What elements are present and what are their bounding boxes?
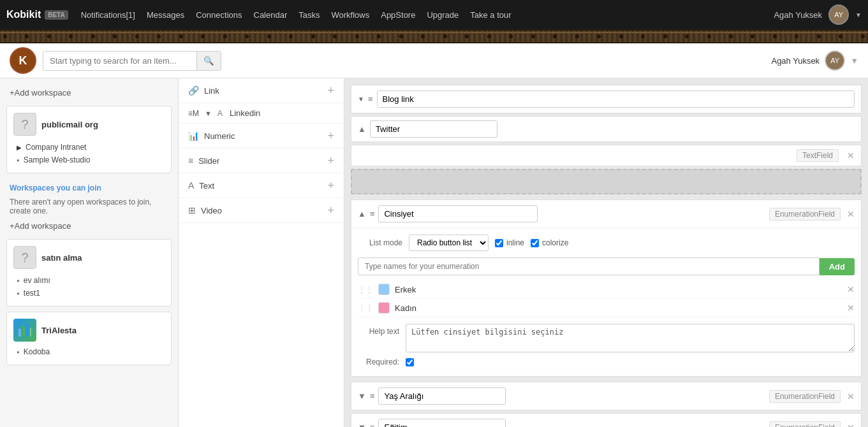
egitim-expand-icon[interactable]: ▼ bbox=[358, 423, 366, 427]
cinsiyet-field: ▲ ≡ EnumerationField ✕ List mode Radio b… bbox=[351, 199, 862, 377]
sidebar-item-test1[interactable]: ● test1 bbox=[13, 287, 165, 300]
workspace-avatar-publicmail: ? bbox=[13, 113, 36, 136]
numeric-icon: 📊 bbox=[188, 131, 199, 141]
nav-messages[interactable]: Messages bbox=[147, 10, 184, 20]
workspace-header-publicmail: ? publicmail org bbox=[13, 113, 165, 136]
nail bbox=[509, 34, 513, 38]
nails bbox=[0, 31, 868, 42]
dot-icon: ● bbox=[17, 349, 20, 355]
search-input[interactable] bbox=[43, 52, 196, 70]
field-add-text[interactable]: + bbox=[327, 180, 334, 191]
field-label-text: Text bbox=[199, 181, 214, 191]
field-item-numeric[interactable]: 📊 Numeric + bbox=[179, 124, 344, 148]
linkedin-dropdown[interactable]: ▼ bbox=[205, 110, 212, 117]
nail bbox=[421, 34, 425, 38]
egitim-type-label: EnumerationField bbox=[769, 421, 841, 428]
nav-connections[interactable]: Connections bbox=[196, 10, 242, 20]
yas-araligi-close[interactable]: ✕ bbox=[847, 391, 855, 402]
nav-workflows[interactable]: Workflows bbox=[332, 10, 370, 20]
field-item-slider[interactable]: ≡ Slider + bbox=[179, 148, 344, 173]
field-item-text[interactable]: A Text + bbox=[179, 173, 344, 198]
nav-calendar[interactable]: Calendar bbox=[254, 10, 288, 20]
twitter-input[interactable] bbox=[370, 120, 497, 138]
nail bbox=[157, 34, 161, 38]
drag-handle-kadin[interactable]: ⋮⋮ bbox=[358, 303, 373, 312]
grey-box-area bbox=[351, 169, 862, 194]
k-logo: K bbox=[10, 47, 36, 74]
field-add-video[interactable]: + bbox=[327, 205, 334, 216]
nail bbox=[135, 34, 139, 38]
sidebar-item-sample-web-studio[interactable]: ● Sample Web-studio bbox=[13, 154, 165, 166]
nail bbox=[443, 34, 447, 38]
enum-item-erkek: ⋮⋮ Erkek ✕ bbox=[358, 280, 855, 299]
nail bbox=[113, 34, 117, 38]
workspaces-join-text: There aren't any open workspaces to join… bbox=[0, 195, 178, 218]
color-dot-erkek[interactable] bbox=[378, 284, 390, 295]
search-button[interactable]: 🔍 bbox=[196, 52, 221, 70]
required-checkbox[interactable] bbox=[406, 358, 414, 366]
yas-araligi-input[interactable] bbox=[378, 387, 506, 405]
avatar[interactable]: AY bbox=[828, 4, 849, 25]
egitim-row: ▼ ≡ EnumerationField ✕ bbox=[351, 413, 862, 427]
erkek-remove[interactable]: ✕ bbox=[847, 284, 855, 294]
drag-handle-erkek[interactable]: ⋮⋮ bbox=[358, 285, 373, 294]
list-mode-select[interactable]: Radio button list bbox=[409, 235, 489, 251]
header-user-name: Agah Yuksek bbox=[771, 56, 820, 66]
nail bbox=[201, 34, 205, 38]
sidebar-item-label: Company Intranet bbox=[26, 143, 86, 152]
nail bbox=[3, 34, 7, 38]
colorize-label: colorize bbox=[542, 238, 568, 247]
twitter-expand-icon[interactable]: ▲ bbox=[358, 124, 366, 134]
nail bbox=[575, 34, 579, 38]
help-text-input[interactable]: Lütfen cinsiyet bilgisini seçiniz bbox=[406, 324, 855, 352]
field-label-numeric: Numeric bbox=[204, 131, 235, 141]
header-area: K 🔍 Agah Yuksek AY ▼ bbox=[0, 43, 868, 78]
colorize-checkbox[interactable] bbox=[531, 239, 539, 247]
nav-tasks[interactable]: Tasks bbox=[298, 10, 320, 20]
cinsiyet-close[interactable]: ✕ bbox=[847, 209, 855, 219]
svg-rect-3 bbox=[30, 328, 31, 337]
linkedin-icon-a: A bbox=[217, 109, 223, 118]
nav-appstore[interactable]: AppStore bbox=[381, 10, 415, 20]
cinsiyet-input[interactable] bbox=[378, 205, 538, 222]
egitim-close[interactable]: ✕ bbox=[847, 423, 855, 428]
field-add-slider[interactable]: + bbox=[327, 155, 334, 166]
nav-tour[interactable]: Take a tour bbox=[470, 10, 511, 20]
enum-add-input[interactable] bbox=[358, 257, 820, 275]
yas-araligi-type-label: EnumerationField bbox=[769, 390, 841, 403]
textfield-close[interactable]: ✕ bbox=[847, 150, 855, 161]
header-avatar[interactable]: AY bbox=[825, 50, 845, 71]
cinsiyet-type-label: EnumerationField bbox=[769, 208, 841, 221]
yas-araligi-expand-icon[interactable]: ▼ bbox=[358, 391, 366, 401]
cinsiyet-collapse-icon[interactable]: ▲ bbox=[358, 209, 366, 219]
nav-notifications[interactable]: Notifications[1] bbox=[81, 10, 135, 20]
sidebar-item-kodoba[interactable]: ● Kodoba bbox=[13, 345, 165, 358]
sidebar-item-company-intranet[interactable]: ▶ Company Intranet bbox=[13, 141, 165, 154]
add-workspace-button-bottom[interactable]: +Add workspace bbox=[0, 218, 178, 234]
nav-upgrade[interactable]: Upgrade bbox=[427, 10, 459, 20]
inline-checkbox[interactable] bbox=[495, 239, 503, 247]
workspace-avatar-satin-alma: ? bbox=[13, 246, 36, 269]
add-workspace-button-top[interactable]: +Add workspace bbox=[0, 85, 178, 101]
yas-araligi-row: ▼ ≡ EnumerationField ✕ bbox=[351, 382, 862, 410]
nail bbox=[311, 34, 315, 38]
workspace-card-publicmail: ? publicmail org ▶ Company Intranet ● Sa… bbox=[6, 106, 172, 173]
header-dropdown-icon[interactable]: ▼ bbox=[850, 56, 858, 66]
collapse-icon[interactable]: ▼ bbox=[358, 96, 364, 103]
field-add-numeric[interactable]: + bbox=[327, 130, 334, 141]
user-dropdown-icon[interactable]: ▼ bbox=[855, 11, 862, 18]
sidebar-item-label: test1 bbox=[24, 289, 40, 298]
enum-add-button[interactable]: Add bbox=[820, 258, 855, 275]
form-builder-panel: ▼ ≡ ▲ TextField ✕ ▲ ≡ EnumerationField bbox=[344, 78, 868, 427]
sidebar-item-ev-alimi[interactable]: ● ev alımı bbox=[13, 274, 165, 287]
field-item-link[interactable]: 🔗 Link + bbox=[179, 78, 344, 103]
color-dot-kadin[interactable] bbox=[378, 302, 390, 314]
field-item-video[interactable]: ⊞ Video + bbox=[179, 198, 344, 223]
nail bbox=[839, 34, 842, 38]
egitim-header: ▼ ≡ EnumerationField ✕ bbox=[351, 414, 861, 427]
egitim-input[interactable] bbox=[378, 419, 506, 427]
kadin-remove[interactable]: ✕ bbox=[847, 303, 855, 313]
field-add-link[interactable]: + bbox=[327, 85, 334, 96]
kadin-label: Kadın bbox=[395, 303, 839, 313]
blog-link-input[interactable] bbox=[377, 90, 855, 108]
